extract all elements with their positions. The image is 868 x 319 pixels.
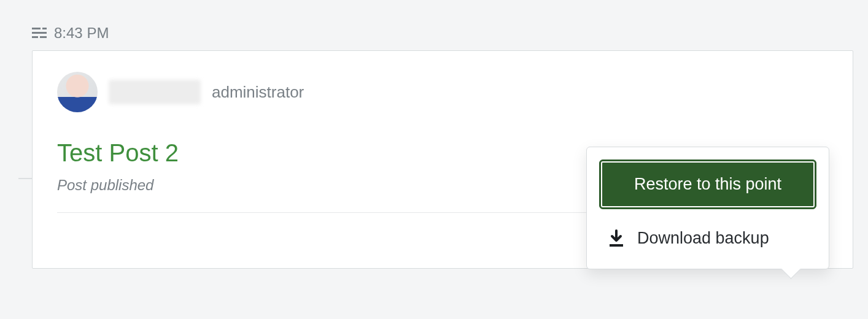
timeline-time: 8:43 PM (54, 25, 109, 42)
restore-to-this-point-button[interactable]: Restore to this point (599, 160, 816, 209)
svg-rect-5 (610, 244, 623, 247)
download-backup-label: Download backup (637, 229, 769, 248)
svg-rect-3 (32, 36, 38, 38)
avatar (57, 72, 98, 112)
author-row: administrator (57, 72, 828, 112)
timeline-connector (18, 178, 32, 179)
svg-rect-0 (32, 28, 41, 29)
author-name-redacted (109, 80, 201, 104)
post-type-icon (32, 26, 47, 40)
activity-entry-card: administrator Test Post 2 Post published… (32, 50, 853, 269)
author-role: administrator (212, 83, 304, 102)
download-backup-button[interactable]: Download backup (599, 209, 816, 261)
svg-rect-2 (32, 32, 47, 34)
download-icon (608, 229, 625, 248)
svg-rect-4 (40, 36, 47, 38)
svg-rect-1 (42, 28, 47, 29)
actions-popover: Restore to this point Download backup (586, 147, 829, 269)
timeline-entry-header: 8:43 PM (0, 0, 868, 50)
